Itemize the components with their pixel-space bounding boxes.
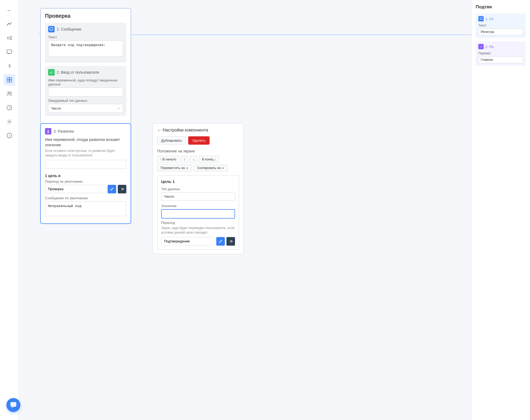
right-step1-block: 1. Со Текст Регистра: [476, 13, 526, 38]
right-step2-icon: [478, 44, 484, 49]
branch-var-input[interactable]: code: [45, 160, 126, 169]
pos-row-2: Переместить на Скопировать на: [157, 164, 239, 171]
svg-point-7: [10, 92, 11, 93]
delete-button[interactable]: Удалить: [188, 136, 210, 145]
transition-label: Переход: [161, 221, 235, 225]
svg-point-16: [48, 130, 49, 131]
branch-goal-label: 1 цель и: [45, 174, 126, 178]
sidebar-item-question[interactable]: ?: [3, 102, 15, 114]
svg-rect-2: [7, 77, 9, 80]
svg-text:$: $: [9, 64, 11, 68]
sidebar-item-chart[interactable]: [3, 18, 15, 30]
step2-icon: [48, 69, 55, 76]
step1-text-input[interactable]: Введите код подтверждения:: [48, 40, 123, 57]
right-step2-header: 2. Пе: [478, 44, 523, 49]
branch-header: 3. Развилка: [45, 128, 126, 134]
pos-to-top-btn[interactable]: ↑ В начало: [157, 156, 179, 163]
sidebar-item-chat[interactable]: [3, 46, 15, 58]
right-step1-icon: [478, 16, 484, 21]
sidebar-item-megaphone[interactable]: [3, 32, 15, 44]
default-transition-forward-btn[interactable]: [118, 185, 126, 193]
main-canvas: → Проверка 1. Сообщение Текст Введите ко…: [19, 0, 471, 420]
right-step2-title: 2. Пе: [485, 45, 494, 49]
right-panel-title: Подтве: [476, 4, 526, 10]
step2-title: 2. Ввод от пользователя: [57, 70, 99, 74]
default-message-label: Сообщение по умолчанию: [45, 196, 126, 200]
sidebar-item-grid[interactable]: [3, 74, 15, 86]
step1-title: 1. Сообщение: [57, 27, 81, 31]
transition-hint: Экран, куда будет переведен пользователь…: [161, 226, 235, 235]
step2-type-label: Ожидаемый тип данных: [48, 99, 123, 103]
sidebar-item-back[interactable]: ←: [3, 4, 15, 16]
step2-var-label: Имя переменной, куда попадут введенные д…: [48, 78, 123, 86]
branch-var-hint: Если оставить поле пустым, то развилка б…: [45, 149, 126, 158]
svg-rect-4: [7, 80, 9, 82]
right-step1-text-value: Регистра: [478, 28, 523, 35]
move-to-btn[interactable]: Переместить на: [157, 164, 192, 171]
svg-point-17: [47, 132, 48, 133]
svg-text:i: i: [9, 134, 10, 138]
step2-header: 2. Ввод от пользователя: [48, 69, 123, 76]
right-step2-block: 2. Пе Перевес Главное: [476, 41, 526, 66]
right-step1-title: 1. Со: [485, 17, 494, 21]
svg-point-18: [48, 132, 49, 133]
position-section-title: Положение на экране: [157, 149, 239, 153]
sidebar-item-people[interactable]: [3, 88, 15, 100]
sidebar-item-gear[interactable]: [3, 116, 15, 128]
branch-var-label: Имя переменной, откуда развилка возьмет …: [45, 137, 126, 148]
default-transition-row: Проверка Главное меню Подтверждение: [45, 185, 126, 193]
svg-point-6: [8, 92, 9, 93]
step2-block: 2. Ввод от пользователя Имя переменной, …: [45, 66, 126, 116]
value-label: Значение: [161, 204, 235, 208]
branch-icon: [45, 128, 51, 134]
settings-action-buttons: Дублировать Удалить: [157, 136, 239, 145]
goal-title: Цель 1: [161, 179, 235, 184]
position-controls: ↑ В начало ↑ ↓ В конец ↓ Переместить на …: [157, 156, 239, 171]
right-panel: Подтве 1. Со Текст Регистра 2. Пе Переве…: [471, 0, 530, 420]
transition-forward-btn[interactable]: [226, 237, 235, 246]
value-input[interactable]: {{last_request.authenticationCode}}: [161, 209, 235, 219]
step1-header: 1. Сообщение: [48, 26, 123, 32]
pos-up-btn[interactable]: ↑: [181, 156, 188, 163]
branch-step-title: 3. Развилка: [54, 129, 74, 133]
branch-card: 3. Развилка Имя переменной, откуда разви…: [40, 123, 131, 224]
right-step1-header: 1. Со: [478, 16, 523, 21]
svg-point-10: [9, 121, 10, 122]
chat-fab-button[interactable]: [6, 398, 20, 412]
svg-rect-5: [10, 80, 12, 82]
default-transition-label: Переход по умолчанию: [45, 179, 126, 183]
data-type-select[interactable]: Число Строка Булево: [161, 192, 235, 201]
transition-select[interactable]: Подтверждение Главное меню Проверка: [161, 237, 215, 245]
step2-var-input[interactable]: code: [48, 88, 123, 96]
svg-rect-20: [10, 402, 16, 407]
verification-card-title: Проверка: [45, 13, 126, 19]
default-transition-edit-btn[interactable]: [108, 185, 116, 193]
goal-section: Цель 1 Тип данных Число Строка Булево Зн…: [157, 175, 239, 250]
default-transition-select[interactable]: Проверка Главное меню Подтверждение: [45, 185, 106, 193]
step1-text-label: Текст: [48, 35, 123, 39]
right-step2-transition-value: Главное: [478, 56, 523, 63]
right-step1-text-label: Текст: [478, 24, 523, 27]
transition-edit-btn[interactable]: [216, 237, 225, 246]
pos-to-bottom-btn[interactable]: В конец ↓: [199, 156, 219, 163]
settings-header-title: ← Настройки компонента: [157, 128, 239, 133]
svg-rect-3: [10, 77, 12, 80]
sidebar-item-dollar[interactable]: $: [3, 60, 15, 72]
duplicate-button[interactable]: Дублировать: [157, 136, 186, 145]
step2-type-select[interactable]: Число Строка Булево: [48, 104, 123, 113]
svg-rect-0: [7, 50, 12, 53]
sidebar-item-info[interactable]: i: [3, 130, 15, 141]
sidebar: ← $ ? i: [0, 0, 19, 420]
step1-block: 1. Сообщение Текст Введите код подтвержд…: [45, 23, 126, 63]
svg-rect-19: [480, 17, 482, 19]
transition-row: Подтверждение Главное меню Проверка: [161, 237, 235, 246]
pos-down-btn[interactable]: ↓: [190, 156, 197, 163]
step1-icon: [48, 26, 55, 32]
copy-to-btn[interactable]: Скопировать на: [194, 164, 228, 171]
right-step2-transition-label: Перевес: [478, 51, 523, 55]
settings-panel: ← Настройки компонента Дублировать Удали…: [153, 123, 244, 254]
verification-card: Проверка 1. Сообщение Текст Введите код …: [40, 8, 131, 124]
pos-row-1: ↑ В начало ↑ ↓ В конец ↓: [157, 156, 239, 163]
default-message-input[interactable]: Неправильный код: [45, 201, 126, 216]
data-type-label: Тип данных: [161, 187, 235, 191]
